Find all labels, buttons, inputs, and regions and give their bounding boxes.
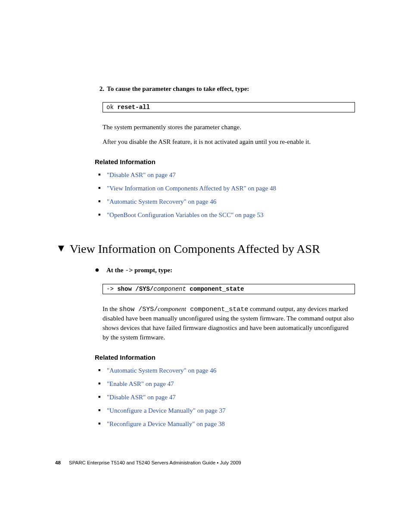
code-prompt: ok [106, 104, 117, 111]
code-command: reset-all [117, 104, 150, 111]
list-item: "Disable ASR" on page 47 [95, 393, 355, 402]
paragraph: The system permanently stores the parame… [103, 123, 355, 132]
list-item: "Disable ASR" on page 47 [95, 171, 355, 180]
procedure-icon: ▼ [56, 243, 66, 253]
cross-ref-link[interactable]: "OpenBoot Configuration Variables on the… [107, 212, 264, 218]
text-run: In the [103, 305, 119, 312]
list-item: "Enable ASR" on page 47 [95, 380, 355, 389]
related-list-2: "Automatic System Recovery" on page 46 "… [95, 366, 355, 429]
code-example-1: ok reset-all [103, 102, 355, 112]
cross-ref-link[interactable]: "Unconfigure a Device Manually" on page … [107, 407, 226, 414]
page-content: 2. To cause the parameter changes to tak… [0, 0, 411, 429]
cross-ref-link[interactable]: "Automatic System Recovery" on page 46 [107, 198, 216, 205]
related-heading: Related Information [95, 158, 355, 165]
code-command: component_state [186, 286, 244, 292]
cross-ref-link[interactable]: "Reconfigure a Device Manually" on page … [107, 420, 225, 427]
mono-run: -> [125, 267, 133, 274]
code-command: show /SYS/ [117, 286, 153, 292]
cross-ref-link[interactable]: "Enable ASR" on page 47 [107, 380, 174, 387]
step-number: 2. [95, 85, 104, 93]
page-number: 48 [55, 460, 61, 465]
code-example-2: -> show /SYS/component component_state [103, 284, 355, 294]
related-list-1: "Disable ASR" on page 47 "View Informati… [95, 171, 355, 220]
step-block: 2. To cause the parameter changes to tak… [95, 85, 355, 147]
cross-ref-link[interactable]: "Disable ASR" on page 47 [107, 394, 176, 401]
related-info-block-1: Related Information "Disable ASR" on pag… [95, 158, 355, 220]
cross-ref-link[interactable]: "Automatic System Recovery" on page 46 [107, 367, 216, 374]
paragraph: In the show /SYS/component component_sta… [103, 305, 355, 342]
code-variable: component [153, 286, 186, 292]
cross-ref-link[interactable]: "View Information on Components Affected… [107, 185, 276, 192]
list-item: "View Information on Components Affected… [95, 184, 355, 193]
section-heading: ▼ View Information on Components Affecte… [56, 241, 355, 256]
paragraph: After you disable the ASR feature, it is… [103, 137, 355, 147]
numbered-step: 2. To cause the parameter changes to tak… [95, 85, 355, 93]
italic-run: component [158, 305, 186, 312]
bullet-step: ● At the -> prompt, type: [95, 266, 355, 274]
text-run: prompt, type: [133, 267, 172, 274]
cross-ref-link[interactable]: "Disable ASR" on page 47 [107, 171, 176, 178]
footer-text: SPARC Enterprise T5140 and T5240 Servers… [69, 460, 241, 465]
text-run: At the [106, 267, 125, 274]
list-item: "Unconfigure a Device Manually" on page … [95, 406, 355, 415]
list-item: "Automatic System Recovery" on page 46 [95, 366, 355, 375]
section-title: View Information on Components Affected … [70, 241, 320, 256]
step-text: To cause the parameter changes to take e… [107, 85, 249, 93]
list-item: "OpenBoot Configuration Variables on the… [95, 211, 355, 220]
bullet-icon: ● [95, 266, 100, 274]
list-item: "Automatic System Recovery" on page 46 [95, 197, 355, 206]
code-prompt: -> [106, 286, 117, 292]
section-body: ● At the -> prompt, type: -> show /SYS/c… [95, 266, 355, 429]
page-footer: 48 SPARC Enterprise T5140 and T5240 Serv… [55, 460, 241, 465]
related-heading: Related Information [95, 354, 355, 361]
mono-run: show /SYS/ [119, 306, 158, 313]
list-item: "Reconfigure a Device Manually" on page … [95, 420, 355, 429]
bullet-text: At the -> prompt, type: [106, 267, 172, 274]
mono-run: component_state [186, 306, 248, 313]
